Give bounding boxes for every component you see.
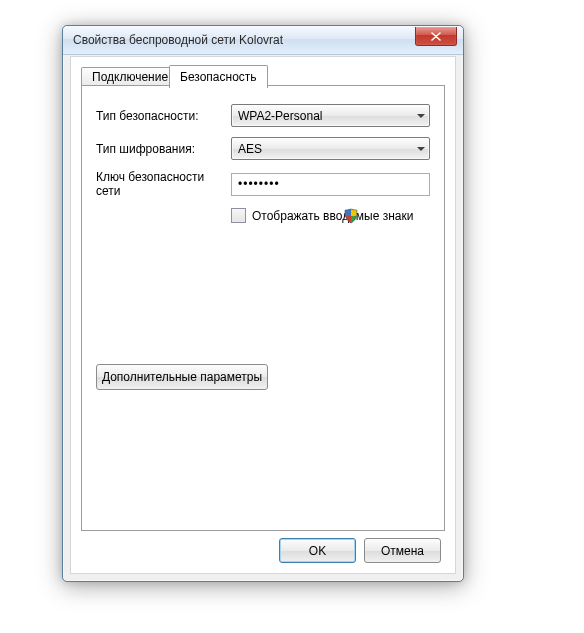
form: Тип безопасности: WPA2-Personal Тип шифр… (96, 104, 430, 223)
combo-security-type[interactable]: WPA2-Personal (231, 104, 430, 127)
close-icon (431, 32, 441, 41)
cancel-button[interactable]: Отмена (364, 538, 441, 563)
row-security-type: Тип безопасности: WPA2-Personal (96, 104, 430, 127)
row-show-chars: Отображать вводимые знаки (231, 208, 430, 223)
label-key: Ключ безопасности сети (96, 170, 231, 198)
row-encryption: Тип шифрования: AES (96, 137, 430, 160)
button-label: Дополнительные параметры (102, 370, 262, 384)
tabstrip: Подключение Безопасность (81, 65, 445, 86)
combo-value: WPA2-Personal (238, 109, 322, 123)
close-button[interactable] (415, 27, 457, 46)
chevron-down-icon (417, 114, 425, 118)
tab-panel: Тип безопасности: WPA2-Personal Тип шифр… (81, 85, 445, 531)
dialog-window: Свойства беспроводной сети Kolovrat Подк… (62, 25, 464, 582)
dialog-buttons: OK Отмена (279, 538, 441, 563)
input-value: •••••••• (238, 177, 280, 191)
advanced-settings-button[interactable]: Дополнительные параметры (96, 364, 268, 390)
tab-security[interactable]: Безопасность (169, 65, 268, 88)
chevron-down-icon (417, 147, 425, 151)
row-key: Ключ безопасности сети •••••••• (96, 170, 430, 198)
checkbox-label: Отображать вводимые знаки (252, 209, 413, 223)
tab-connection[interactable]: Подключение (81, 67, 179, 86)
label-security-type: Тип безопасности: (96, 109, 231, 123)
ok-button[interactable]: OK (279, 538, 356, 563)
label-encryption: Тип шифрования: (96, 142, 231, 156)
titlebar[interactable]: Свойства беспроводной сети Kolovrat (63, 26, 463, 55)
tab-label: Безопасность (180, 70, 257, 84)
uac-shield-icon (343, 208, 359, 224)
button-label: Отмена (381, 544, 424, 558)
combo-value: AES (238, 142, 262, 156)
checkbox-show-characters[interactable] (231, 208, 246, 223)
window-title: Свойства беспроводной сети Kolovrat (63, 33, 283, 47)
combo-encryption[interactable]: AES (231, 137, 430, 160)
client-area: Подключение Безопасность Тип безопасност… (70, 56, 456, 574)
input-network-key[interactable]: •••••••• (231, 173, 430, 196)
tab-label: Подключение (92, 70, 168, 84)
button-label: OK (309, 544, 326, 558)
